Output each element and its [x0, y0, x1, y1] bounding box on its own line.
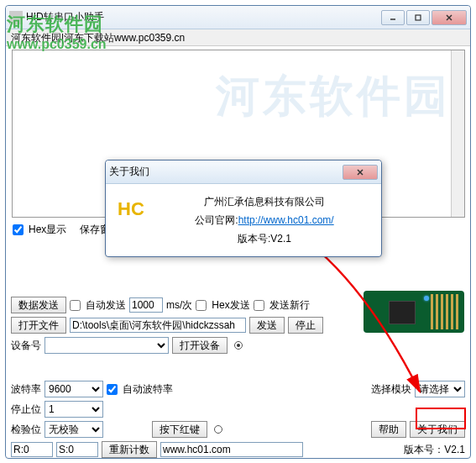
help-button[interactable]: 帮助 [371, 421, 406, 438]
toolbar-text: 河东软件园|河东下载站www.pc0359.cn [11, 32, 185, 44]
send-button[interactable]: 发送 [249, 317, 285, 334]
baud-label: 波特率 [11, 382, 41, 397]
toolbar: 河东软件园|河东下载站www.pc0359.cn [6, 29, 470, 46]
highlight-box [416, 408, 466, 429]
svg-rect-1 [416, 15, 421, 20]
check-select[interactable]: 无校验 [44, 421, 103, 438]
interval-input[interactable] [129, 297, 163, 313]
window-title: HID转串口小助手 [26, 10, 104, 24]
app-icon [9, 11, 23, 24]
dialog-version: 版本号:V2.1 [156, 229, 373, 248]
close-button[interactable] [432, 10, 467, 25]
send-newline-label: 发送新行 [269, 298, 310, 313]
device-indicator [234, 341, 243, 350]
dialog-title: 关于我们 [109, 165, 149, 179]
s-count[interactable] [56, 442, 98, 457]
module-select[interactable]: 请选择 [415, 381, 465, 397]
dialog-close-button[interactable] [343, 165, 378, 180]
main-titlebar: HID转串口小助手 [6, 6, 470, 29]
stopbit-select[interactable]: 1 [44, 401, 103, 418]
company-name: 广州汇承信息科技有限公司 [156, 192, 373, 211]
data-send-button[interactable]: 数据发送 [11, 297, 66, 313]
url-input[interactable] [160, 442, 303, 457]
red-indicator [214, 425, 222, 434]
baud-select[interactable]: 9600 [44, 381, 103, 397]
maximize-button[interactable] [406, 10, 430, 25]
auto-send-label: 自动发送 [86, 298, 126, 313]
send-newline-checkbox[interactable] [254, 300, 264, 311]
press-red-button[interactable]: 按下红键 [152, 421, 207, 438]
select-module-label: 选择模块 [371, 382, 411, 397]
hex-display-label: Hex显示 [29, 223, 66, 237]
dialog-titlebar: 关于我们 [106, 160, 381, 184]
website-link[interactable]: http://www.hc01.com/ [238, 214, 334, 226]
hex-send-label: Hex发送 [212, 298, 249, 313]
hex-send-checkbox[interactable] [196, 300, 207, 311]
device-no-select[interactable] [44, 337, 169, 354]
auto-baud-label: 自动波特率 [123, 382, 173, 397]
company-logo: HC [114, 192, 148, 226]
auto-send-checkbox[interactable] [70, 300, 81, 311]
website-label: 公司官网: [195, 214, 238, 226]
pcb-image [364, 291, 464, 333]
auto-baud-checkbox[interactable] [107, 384, 118, 395]
open-device-button[interactable]: 打开设备 [172, 337, 228, 354]
r-count[interactable] [11, 442, 53, 457]
file-path-input[interactable] [70, 318, 246, 333]
minimize-button[interactable] [381, 10, 405, 25]
interval-unit-label: ms/次 [166, 298, 192, 313]
about-dialog: 关于我们 HC 广州汇承信息科技有限公司 公司官网:http://www.hc0… [105, 160, 382, 257]
open-file-button[interactable]: 打开文件 [11, 317, 66, 334]
stopbit-label: 停止位 [11, 402, 41, 417]
scrollbar-vertical[interactable] [451, 50, 464, 217]
version-label: 版本号：V2.1 [404, 443, 465, 457]
device-no-label: 设备号 [11, 339, 41, 353]
reset-count-button[interactable]: 重新计数 [102, 441, 157, 458]
check-label: 检验位 [11, 423, 41, 437]
stop-button[interactable]: 停止 [288, 317, 323, 334]
hex-display-checkbox[interactable] [13, 224, 24, 235]
